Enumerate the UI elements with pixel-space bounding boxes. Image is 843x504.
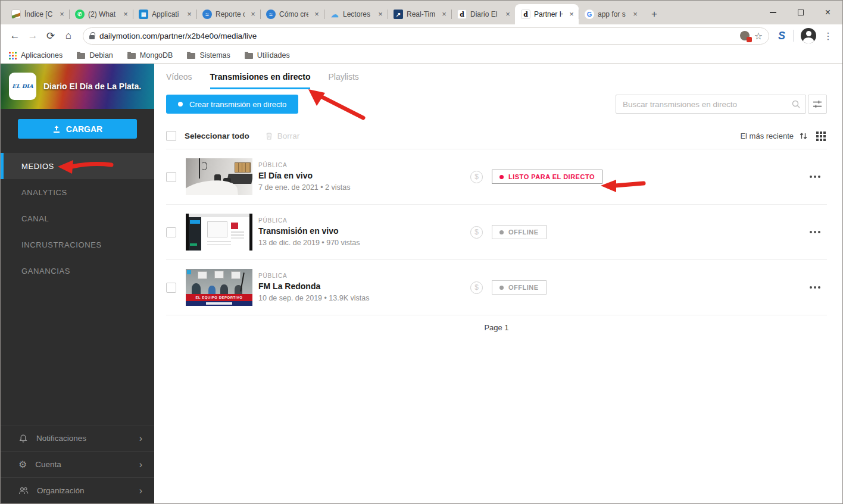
new-tab-button[interactable]: + bbox=[646, 6, 663, 23]
close-icon[interactable] bbox=[312, 10, 321, 19]
close-icon[interactable] bbox=[185, 10, 194, 19]
chevron-right-icon: › bbox=[139, 433, 142, 444]
close-icon[interactable] bbox=[248, 10, 258, 19]
more-options-icon[interactable] bbox=[808, 170, 822, 184]
close-icon[interactable] bbox=[57, 10, 67, 19]
s-extension-icon[interactable] bbox=[775, 29, 788, 42]
bookmark-apps[interactable]: Aplicaciones bbox=[9, 51, 63, 60]
delete-button[interactable]: Borrar bbox=[265, 132, 300, 140]
status-dot-icon bbox=[499, 175, 504, 179]
tab-title: app for s bbox=[598, 10, 627, 18]
close-icon[interactable] bbox=[376, 10, 385, 19]
window-controls bbox=[758, 1, 842, 24]
tab-title: Applicati bbox=[152, 10, 181, 18]
sidebar-item-notificaciones[interactable]: Notificaciones › bbox=[1, 425, 154, 451]
bookmark-folder-mongodb[interactable]: MongoDB bbox=[127, 51, 173, 60]
status-badge-offline: OFFLINE bbox=[492, 225, 547, 239]
filter-button[interactable] bbox=[808, 95, 827, 114]
media-title[interactable]: Transmisión en vivo bbox=[258, 226, 470, 236]
media-title[interactable]: El Día en vivo bbox=[258, 171, 470, 180]
tab-transmisiones-en-directo[interactable]: Transmisiones en directo bbox=[210, 72, 311, 89]
browser-menu-icon[interactable] bbox=[820, 30, 836, 42]
browser-tab-applications[interactable]: Applicati bbox=[133, 4, 196, 24]
browser-tab-como-crear[interactable]: Cómo cre bbox=[260, 4, 324, 24]
bookmark-folder-sistemas[interactable]: Sistemas bbox=[187, 51, 230, 60]
sidebar-item-analytics[interactable]: ANALYTICS bbox=[1, 179, 154, 205]
create-livestream-button[interactable]: Crear transmisión en directo bbox=[166, 95, 298, 114]
tab-strip: Índice [C (2) What Applicati Reporte o C… bbox=[1, 1, 842, 24]
browser-tab-reporte[interactable]: Reporte o bbox=[196, 4, 260, 24]
close-icon[interactable] bbox=[630, 10, 640, 19]
sidebar-item-medios[interactable]: MEDIOS bbox=[1, 153, 154, 179]
select-all-checkbox[interactable] bbox=[166, 131, 176, 141]
folder-icon bbox=[245, 53, 253, 59]
address-bar[interactable]: dailymotion.com/partner/x2b4e0o/media/li… bbox=[83, 27, 769, 45]
video-thumbnail[interactable] bbox=[186, 158, 252, 195]
browser-tab-diario[interactable]: Diario El bbox=[451, 4, 515, 24]
home-icon[interactable]: ⌂ bbox=[60, 27, 77, 44]
browser-tab-partner-active[interactable]: Partner H bbox=[515, 4, 579, 24]
forward-icon[interactable]: → bbox=[24, 27, 41, 44]
browser-tab-indice[interactable]: Índice [C bbox=[5, 4, 69, 24]
url-text[interactable]: dailymotion.com/partner/x2b4e0o/media/li… bbox=[99, 32, 735, 40]
browser-toolbar: ← → ⟳ ⌂ dailymotion.com/partner/x2b4e0o/… bbox=[1, 24, 842, 47]
sidebar-footer-label: Organización bbox=[37, 486, 85, 495]
sidebar-item-incrustraciones[interactable]: INCRUSTRACIONES bbox=[1, 231, 154, 258]
sort-control[interactable]: El más reciente bbox=[740, 132, 808, 140]
channel-logo: EL DIA bbox=[9, 73, 36, 100]
channel-banner[interactable]: EL DIA Diario El Día de La Plata. bbox=[1, 64, 154, 109]
row-checkbox[interactable] bbox=[166, 227, 176, 237]
filter-sliders-icon bbox=[813, 99, 822, 109]
monetization-icon bbox=[470, 226, 483, 239]
profile-avatar[interactable] bbox=[801, 28, 816, 43]
sidebar-item-organizacion[interactable]: Organización › bbox=[1, 477, 154, 503]
chevron-right-icon: › bbox=[139, 486, 142, 496]
tab-title: Real-Tim bbox=[407, 10, 436, 18]
back-icon[interactable]: ← bbox=[7, 27, 23, 44]
close-window-icon[interactable] bbox=[825, 10, 830, 15]
row-checkbox[interactable] bbox=[166, 283, 176, 293]
tab-title: (2) What bbox=[88, 10, 117, 18]
thumbnail-caption: EL EQUIPO DEPORTIVO bbox=[186, 294, 252, 301]
media-row: PÚBLICA Transmisión en vivo 13 de dic. d… bbox=[166, 205, 827, 260]
bell-icon bbox=[18, 434, 28, 443]
close-icon[interactable] bbox=[567, 10, 576, 19]
tab-videos[interactable]: Vídeos bbox=[166, 72, 192, 89]
media-meta: 10 de sep. de 2019 • 13.9K vistas bbox=[258, 294, 470, 302]
tab-playlists[interactable]: Playlists bbox=[328, 72, 358, 89]
minimize-icon[interactable] bbox=[770, 12, 776, 13]
browser-tab-realtime[interactable]: Real-Tim bbox=[388, 4, 451, 24]
reload-icon[interactable]: ⟳ bbox=[42, 27, 59, 44]
tab-title: Partner H bbox=[534, 10, 563, 18]
cookie-extension-icon[interactable] bbox=[740, 31, 750, 40]
row-checkbox[interactable] bbox=[166, 172, 176, 182]
sidebar-item-cuenta[interactable]: ⚙ Cuenta › bbox=[1, 451, 154, 477]
document-favicon-icon bbox=[11, 10, 21, 19]
media-info: PÚBLICA FM La Redonda 10 de sep. de 2019… bbox=[258, 273, 470, 302]
sidebar-item-ganancias[interactable]: GANANCIAS bbox=[1, 258, 154, 284]
search-input[interactable] bbox=[616, 95, 806, 114]
bookmark-folder-debian[interactable]: Debian bbox=[77, 51, 113, 60]
bookmark-folder-utilidades[interactable]: Utilidades bbox=[245, 51, 290, 60]
video-thumbnail[interactable] bbox=[186, 214, 252, 251]
browser-tab-app-for[interactable]: app for s bbox=[579, 4, 642, 24]
media-title[interactable]: FM La Redonda bbox=[258, 281, 470, 291]
more-options-icon[interactable] bbox=[808, 280, 822, 295]
video-thumbnail[interactable]: EL EQUIPO DEPORTIVO bbox=[186, 269, 252, 306]
close-icon[interactable] bbox=[503, 10, 513, 19]
media-info: PÚBLICA Transmisión en vivo 13 de dic. d… bbox=[258, 217, 470, 247]
close-icon[interactable] bbox=[121, 10, 130, 19]
bookmark-star-icon[interactable] bbox=[754, 30, 763, 42]
more-options-icon[interactable] bbox=[808, 225, 822, 239]
maximize-icon[interactable] bbox=[798, 10, 804, 15]
tab-label: Vídeos bbox=[166, 72, 192, 82]
browser-tab-lectores[interactable]: Lectores bbox=[324, 4, 388, 24]
upload-button[interactable]: CARGAR bbox=[18, 119, 137, 139]
close-icon[interactable] bbox=[439, 10, 449, 19]
select-all-label: Seleccionar todo bbox=[185, 132, 249, 140]
sidebar-item-canal[interactable]: CANAL bbox=[1, 205, 154, 231]
cloud-favicon-icon bbox=[330, 10, 339, 19]
browser-tab-whatsapp[interactable]: (2) What bbox=[69, 4, 133, 24]
grid-view-icon[interactable] bbox=[816, 132, 819, 134]
tab-label: Transmisiones en directo bbox=[210, 72, 311, 82]
